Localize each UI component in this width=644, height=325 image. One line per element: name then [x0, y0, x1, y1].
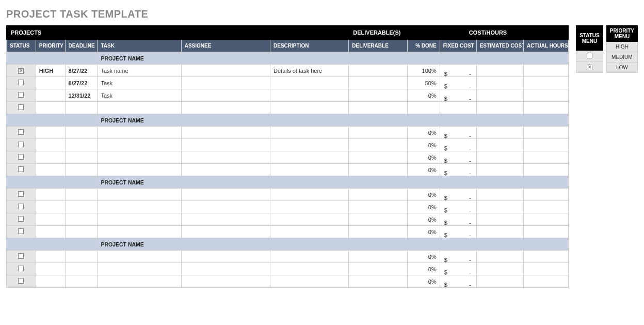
col-priority[interactable]: PRIORITY [36, 40, 65, 52]
col-deliverable[interactable]: DELIVERABLE [349, 40, 408, 52]
status-cell[interactable] [7, 102, 36, 114]
description-cell[interactable] [270, 213, 349, 226]
task-cell[interactable] [98, 189, 181, 201]
deadline-cell[interactable] [65, 139, 98, 151]
project-name-cell[interactable]: PROJECT NAME [98, 52, 569, 65]
estimated-cost-cell[interactable] [476, 251, 523, 263]
pct-done-cell[interactable]: 0% [407, 226, 440, 238]
pct-done-cell[interactable]: 100% [407, 65, 440, 77]
assignee-cell[interactable] [181, 77, 270, 89]
description-cell[interactable] [270, 263, 349, 275]
project-name-cell[interactable]: PROJECT NAME [98, 176, 569, 189]
estimated-cost-cell[interactable] [476, 263, 523, 275]
fixed-cost-cell[interactable]: $- [440, 127, 476, 139]
col-actual-hours[interactable]: ACTUAL HOURS [523, 40, 568, 52]
status-cell[interactable] [7, 139, 36, 151]
pct-done-cell[interactable]: 0% [407, 164, 440, 176]
status-cell[interactable] [7, 251, 36, 263]
actual-hours-cell[interactable] [523, 201, 568, 213]
description-cell[interactable] [270, 226, 349, 238]
pct-done-cell[interactable]: 0% [407, 201, 440, 213]
task-cell[interactable]: Task name [98, 65, 181, 77]
task-cell[interactable] [98, 275, 181, 288]
task-cell[interactable] [98, 139, 181, 151]
deliverable-cell[interactable] [349, 151, 408, 164]
fixed-cost-cell[interactable]: $- [440, 77, 476, 89]
deadline-cell[interactable] [65, 275, 98, 288]
estimated-cost-cell[interactable] [476, 65, 523, 77]
estimated-cost-cell[interactable] [476, 127, 523, 139]
priority-menu-medium[interactable]: MEDIUM [606, 52, 637, 63]
priority-cell[interactable] [36, 251, 65, 263]
status-cell[interactable] [7, 275, 36, 288]
deliverable-cell[interactable] [349, 189, 408, 201]
col-pct-done[interactable]: % DONE [407, 40, 440, 52]
deliverable-cell[interactable] [349, 164, 408, 176]
task-cell[interactable] [98, 251, 181, 263]
description-cell[interactable] [270, 89, 349, 102]
actual-hours-cell[interactable] [523, 102, 568, 114]
deadline-cell[interactable]: 12/31/22 [65, 89, 98, 102]
task-cell[interactable] [98, 201, 181, 213]
priority-cell[interactable] [36, 127, 65, 139]
deliverable-cell[interactable] [349, 263, 408, 275]
description-cell[interactable]: Details of task here [270, 65, 349, 77]
priority-cell[interactable] [36, 226, 65, 238]
actual-hours-cell[interactable] [523, 65, 568, 77]
pct-done-cell[interactable]: 0% [407, 275, 440, 288]
estimated-cost-cell[interactable] [476, 139, 523, 151]
description-cell[interactable] [270, 139, 349, 151]
col-fixed-cost[interactable]: FIXED COST [440, 40, 476, 52]
project-name-row[interactable]: PROJECT NAME [7, 114, 569, 127]
task-cell[interactable] [98, 226, 181, 238]
assignee-cell[interactable] [181, 151, 270, 164]
deadline-cell[interactable] [65, 201, 98, 213]
actual-hours-cell[interactable] [523, 127, 568, 139]
task-cell[interactable] [98, 151, 181, 164]
estimated-cost-cell[interactable] [476, 189, 523, 201]
estimated-cost-cell[interactable] [476, 213, 523, 226]
status-cell[interactable] [7, 127, 36, 139]
priority-cell[interactable] [36, 151, 65, 164]
priority-cell[interactable] [36, 102, 65, 114]
actual-hours-cell[interactable] [523, 139, 568, 151]
assignee-cell[interactable] [181, 226, 270, 238]
priority-menu-low[interactable]: LOW [606, 63, 637, 73]
priority-cell[interactable]: HIGH [36, 65, 65, 77]
fixed-cost-cell[interactable]: $- [440, 201, 476, 213]
actual-hours-cell[interactable] [523, 226, 568, 238]
task-cell[interactable] [98, 263, 181, 275]
col-task[interactable]: TASK [98, 40, 181, 52]
pct-done-cell[interactable]: 0% [407, 251, 440, 263]
task-cell[interactable] [98, 102, 181, 114]
actual-hours-cell[interactable] [523, 89, 568, 102]
fixed-cost-cell[interactable]: $- [440, 139, 476, 151]
priority-cell[interactable] [36, 275, 65, 288]
actual-hours-cell[interactable] [523, 151, 568, 164]
priority-cell[interactable] [36, 201, 65, 213]
pct-done-cell[interactable] [407, 102, 440, 114]
pct-done-cell[interactable]: 0% [407, 213, 440, 226]
fixed-cost-cell[interactable]: $- [440, 226, 476, 238]
actual-hours-cell[interactable] [523, 251, 568, 263]
status-menu-opt-checked[interactable]: ✕ [576, 62, 603, 73]
estimated-cost-cell[interactable] [476, 102, 523, 114]
description-cell[interactable] [270, 275, 349, 288]
status-cell[interactable] [7, 226, 36, 238]
deliverable-cell[interactable] [349, 251, 408, 263]
description-cell[interactable] [270, 151, 349, 164]
deadline-cell[interactable] [65, 127, 98, 139]
assignee-cell[interactable] [181, 65, 270, 77]
priority-cell[interactable] [36, 89, 65, 102]
fixed-cost-cell[interactable]: $- [440, 251, 476, 263]
priority-cell[interactable] [36, 213, 65, 226]
status-cell[interactable] [7, 164, 36, 176]
pct-done-cell[interactable]: 50% [407, 77, 440, 89]
col-description[interactable]: DESCRIPTION [270, 40, 349, 52]
assignee-cell[interactable] [181, 139, 270, 151]
fixed-cost-cell[interactable]: $- [440, 263, 476, 275]
status-cell[interactable] [7, 77, 36, 89]
task-cell[interactable]: Task [98, 77, 181, 89]
actual-hours-cell[interactable] [523, 164, 568, 176]
fixed-cost-cell[interactable]: $- [440, 189, 476, 201]
